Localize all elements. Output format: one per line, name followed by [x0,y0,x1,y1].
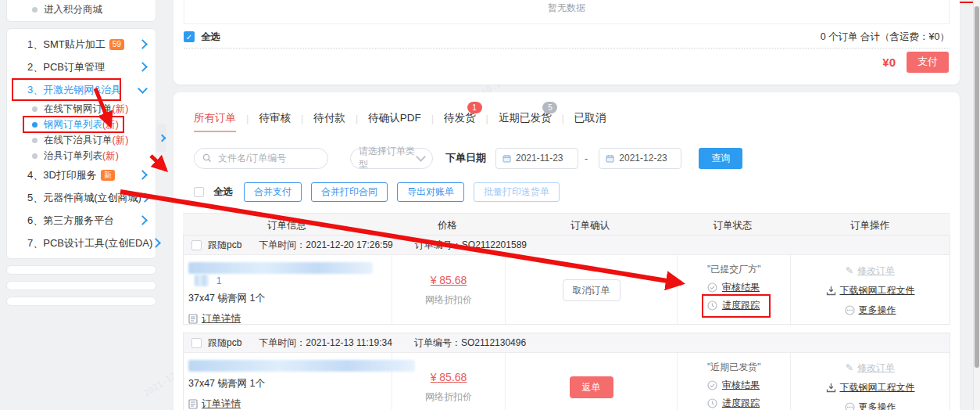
sidebar-item-label: 1、SMT贴片加工 [27,38,106,52]
tab-pending-payment[interactable]: 待付款 [313,111,345,125]
select-all-checkbox[interactable] [194,187,204,197]
order-total-text: 0 个订单 合计（含运费：¥0） [821,31,950,44]
sidebar-item-label: 5、元器件商城(立创商城) [27,191,141,205]
count-badge: 5 [542,102,557,113]
more-actions-link[interactable]: 更多操作 [859,401,896,410]
tab-pending-review[interactable]: 待审核 [259,111,291,125]
more-actions-link[interactable]: 更多操作 [859,304,896,317]
bullet-dot-icon [32,7,38,13]
actions-cell: ✎ 修改订单 下载钢网工程文件 更多操作 [790,353,950,410]
price-note: 网络折扣价 [425,390,472,404]
scrollbar-track[interactable] [973,0,980,410]
pay-button[interactable]: 支付 [907,52,949,73]
order-detail-link[interactable]: 订单详情 [202,312,241,325]
batch-toolbar: 全选 合并支付 合并打印合同 导出对账单 批量打印送货单 [194,182,960,202]
select-all-checkbox[interactable]: ✓ [184,31,195,42]
new-tag: (新) [113,134,129,147]
sidebar-item-label: 在线下钢网订单 [44,102,113,116]
order-type-select[interactable]: 请选择订单类型 [350,148,433,169]
search-icon [202,153,212,163]
pencil-icon: ✎ [846,362,853,373]
sidebar-item-jig-order-list[interactable]: 治具订单列表 (新) [7,148,156,164]
review-result-link[interactable]: 审核结果 [722,281,760,294]
status-cell: "近期已发货" 审核结果 进度跟踪 [677,353,790,410]
new-tag: (新) [113,102,129,116]
chevron-right-icon [138,62,148,72]
sidebar-item-label: 钢网订单列表 [44,118,102,131]
sidebar-item-label: 进入积分商城 [44,3,102,16]
order-row-header: 跟随pcb 下单时间：2021-12-13 11:19:34 订单编号：SO21… [184,333,950,353]
scrollbar-thumb[interactable] [975,6,979,368]
order-price[interactable]: ¥ 85.68 [431,371,467,383]
date-to-input[interactable]: 2021-12-23 [599,148,681,169]
order-time: 下单时间：2021-12-20 17:26:59 [259,239,392,252]
download-icon [826,383,836,393]
query-button[interactable]: 查询 [699,148,742,169]
merge-pay-button[interactable]: 合并支付 [244,182,302,202]
redacted-filename [188,360,415,372]
merge-print-contract-button[interactable]: 合并打印合同 [311,182,388,202]
sidebar-item-smt[interactable]: 1、SMT贴片加工 59 [7,33,156,56]
order-number: 订单编号：SO2112130496 [414,336,526,350]
count-badge: 1 [467,102,482,113]
download-stencil-file-link[interactable]: 下载钢网工程文件 [840,381,915,394]
new-badge: 新 [101,170,115,181]
tab-recently-shipped[interactable]: 近期已发货5 [499,111,552,125]
document-icon [188,399,198,409]
sidebar-item-online-jig-order[interactable]: 在线下治具订单 (新) [7,132,156,148]
orders-panel: 所有订单 | 待审核 | 待付款 | 待确认PDF | 待发货1 | 近期已发货… [173,92,960,410]
progress-track-link[interactable]: 进度跟踪 [722,397,760,410]
tab-cancelled[interactable]: 已取消 [574,111,606,125]
progress-track-link[interactable]: 进度跟踪 [722,299,760,312]
modify-order-link[interactable]: 修改订单 [857,264,895,278]
col-order-actions: 订单操作 [789,219,950,232]
divider [184,48,950,49]
search-input[interactable] [216,152,313,164]
calendar-icon [503,154,511,163]
order-checkbox[interactable] [191,338,202,348]
bullet-dot-icon [32,106,38,112]
order-price[interactable]: ¥ 85.68 [431,274,467,286]
modify-order-link[interactable]: 修改订单 [857,361,895,375]
order-spec: 37x47 锡膏网 1个 [188,377,392,390]
reorder-button[interactable]: 返单 [570,376,613,398]
sidebar-item-online-stencil-order[interactable]: 在线下钢网订单 (新) [7,101,156,117]
sidebar-item-parts-mall[interactable]: 5、元器件商城(立创商城) [7,186,156,209]
order-detail-link[interactable]: 订单详情 [202,397,241,410]
sidebar-item-third-party[interactable]: 6、第三方服务平台 [7,209,156,232]
cancel-order-button[interactable]: 取消订单 [563,279,621,301]
date-from-input[interactable]: 2021-11-23 [495,148,578,169]
order-checkbox[interactable] [191,240,202,250]
calendar-icon [606,154,614,163]
sidebar-item-label: 4、3D打印服务 [27,168,97,182]
batch-print-delivery-button[interactable]: 批量打印送货单 [474,182,560,202]
file-mark: 1 [216,275,222,286]
export-statement-button[interactable]: 导出对账单 [397,182,464,202]
order-time: 下单时间：2021-12-13 11:19:34 [259,336,392,350]
tab-pending-shipment[interactable]: 待发货1 [444,111,476,125]
sidebar-item-stencil-order-list[interactable]: 钢网订单列表 (新) [7,117,156,132]
status-cell: "已提交厂方" 审核结果 进度跟踪 [677,255,790,325]
pencil-icon: ✎ [846,265,853,276]
chevron-down-icon [138,84,148,94]
status-text: "已提交厂方" [707,263,761,276]
sidebar-item-pcb-orders[interactable]: 2、PCB订单管理 [7,56,156,78]
sidebar-item-label: 7、PCB设计工具(立创EDA) [27,236,152,250]
col-order-info: 订单信息 [183,219,391,232]
chevron-right-icon [138,39,148,49]
more-icon [845,305,855,315]
sidebar-item-enter-points-mall[interactable]: 进入积分商城 [7,2,156,17]
download-stencil-file-link[interactable]: 下载钢网工程文件 [840,284,915,297]
sidebar-item-laser-stencil[interactable]: 3、开激光钢网&治具 [7,78,156,101]
select-all-label: 全选 [213,185,233,199]
sidebar-collapse-handle[interactable] [157,124,166,152]
follow-pcb-tag: 跟随pcb [208,336,241,350]
tab-pending-pdf[interactable]: 待确认PDF [368,111,421,125]
review-result-link[interactable]: 审核结果 [722,379,760,392]
order-row: 跟随pcb 下单时间：2021-12-20 17:26:59 订单编号：SO21… [183,235,950,325]
order-spec: 37x47 锡膏网 1个 [188,292,392,305]
sidebar-card-onestop: 一站式电子服务 1、SMT贴片加工 59 2、PCB订单管理 3、开激光钢网&治… [6,28,156,259]
tab-all-orders[interactable]: 所有订单 [194,111,236,125]
sidebar-item-eda[interactable]: 7、PCB设计工具(立创EDA) [7,232,156,254]
sidebar-item-3d-print[interactable]: 4、3D打印服务 新 [7,164,156,186]
